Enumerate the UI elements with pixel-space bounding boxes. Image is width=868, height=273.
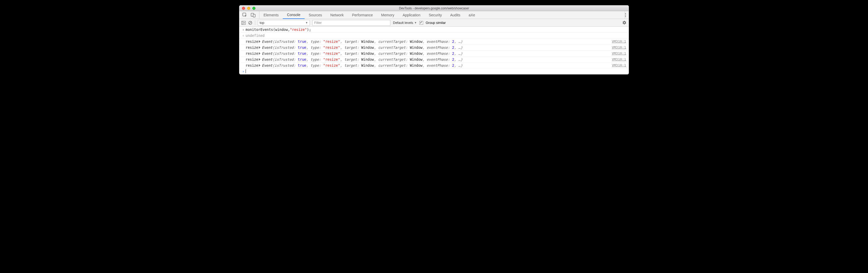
prompt-chevron-icon: › xyxy=(242,69,244,73)
object-preview[interactable]: {isTrusted: true, type: "resize", target… xyxy=(272,45,463,49)
chevron-down-icon: ▼ xyxy=(305,21,308,24)
more-options-icon[interactable] xyxy=(625,13,626,17)
toggle-device-toolbar-icon[interactable] xyxy=(251,13,255,18)
object-preview[interactable]: {isTrusted: true, type: "resize", target… xyxy=(272,63,463,67)
window-title: DevTools - developers.google.com/web/sho… xyxy=(239,6,629,10)
log-source-link[interactable]: VM310:1 xyxy=(612,39,626,43)
tab-axe[interactable]: aXe xyxy=(464,11,479,19)
console-prompt-row[interactable]: › xyxy=(239,69,629,74)
group-similar-checkbox[interactable] xyxy=(420,21,423,25)
show-console-sidebar-icon[interactable] xyxy=(241,21,246,25)
tab-memory[interactable]: Memory xyxy=(377,11,399,19)
svg-point-3 xyxy=(625,13,626,14)
panel-tabs: Elements Console Sources Network Perform… xyxy=(259,11,479,19)
svg-rect-2 xyxy=(253,14,255,17)
event-label: resize xyxy=(246,52,258,56)
object-preview[interactable]: {isTrusted: true, type: "resize", target… xyxy=(272,52,463,56)
log-level-selector[interactable]: Default levels ▼ xyxy=(393,21,417,25)
execution-context-selector[interactable]: top ▼ xyxy=(258,20,310,26)
window-controls xyxy=(239,7,255,10)
context-label: top xyxy=(259,21,264,25)
console-log-row: resize Event {isTrusted: true, type: "re… xyxy=(239,39,629,45)
log-source-link[interactable]: VM310:1 xyxy=(612,63,626,67)
object-type: Event xyxy=(262,52,273,56)
log-level-label: Default levels xyxy=(393,21,413,25)
object-type: Event xyxy=(262,45,273,49)
maximize-window-button[interactable] xyxy=(252,7,255,10)
tab-network[interactable]: Network xyxy=(326,11,348,19)
filter-input[interactable] xyxy=(312,20,390,26)
disclosure-triangle-icon[interactable] xyxy=(259,58,260,61)
disclosure-triangle-icon[interactable] xyxy=(259,40,260,43)
disclosure-triangle-icon[interactable] xyxy=(259,46,260,49)
console-output: › monitorEvents(window, "resize"); ‹ und… xyxy=(239,27,629,74)
console-settings-icon[interactable] xyxy=(622,21,627,25)
chevron-down-icon: ▼ xyxy=(414,21,417,24)
group-similar-label: Group similar xyxy=(426,21,446,25)
tab-security[interactable]: Security xyxy=(425,11,446,19)
input-chevron-icon: › xyxy=(242,28,244,32)
tab-performance[interactable]: Performance xyxy=(348,11,377,19)
tab-audits[interactable]: Audits xyxy=(446,11,464,19)
console-log-content: resize Event {isTrusted: true, type: "re… xyxy=(246,63,612,67)
text-cursor xyxy=(246,69,246,73)
console-log-content: resize Event {isTrusted: true, type: "re… xyxy=(246,57,612,62)
svg-rect-7 xyxy=(242,21,243,24)
disclosure-triangle-icon[interactable] xyxy=(259,64,260,67)
console-result-text: undefined xyxy=(246,33,626,38)
object-preview[interactable]: {isTrusted: true, type: "resize", target… xyxy=(272,39,463,44)
object-preview[interactable]: {isTrusted: true, type: "resize", target… xyxy=(272,57,463,62)
svg-point-5 xyxy=(625,16,626,17)
svg-rect-6 xyxy=(242,21,246,24)
result-chevron-icon: ‹ xyxy=(242,33,244,38)
disclosure-triangle-icon[interactable] xyxy=(259,52,260,55)
object-type: Event xyxy=(262,57,273,62)
log-source-link[interactable]: VM310:1 xyxy=(612,52,626,55)
console-log-row: resize Event {isTrusted: true, type: "re… xyxy=(239,45,629,50)
object-type: Event xyxy=(262,63,273,67)
titlebar: DevTools - developers.google.com/web/sho… xyxy=(239,5,629,11)
object-type: Event xyxy=(262,39,273,44)
minimize-window-button[interactable] xyxy=(247,7,250,10)
clear-console-icon[interactable] xyxy=(248,21,252,25)
devtools-tabstrip: Elements Console Sources Network Perform… xyxy=(239,11,629,19)
console-toolbar: top ▼ Default levels ▼ Group similar xyxy=(239,19,629,27)
console-log-content: resize Event {isTrusted: true, type: "re… xyxy=(246,39,612,44)
event-label: resize xyxy=(246,57,258,62)
inspect-element-icon[interactable] xyxy=(243,13,247,18)
console-result-row: ‹ undefined xyxy=(239,33,629,39)
console-log-content: resize Event {isTrusted: true, type: "re… xyxy=(246,45,612,49)
console-log-row: resize Event {isTrusted: true, type: "re… xyxy=(239,50,629,57)
tab-elements[interactable]: Elements xyxy=(259,11,283,19)
event-label: resize xyxy=(246,45,258,49)
devtools-window: DevTools - developers.google.com/web/sho… xyxy=(239,5,629,74)
event-label: resize xyxy=(246,39,258,44)
log-source-link[interactable]: VM310:1 xyxy=(612,57,626,61)
console-log-content: resize Event {isTrusted: true, type: "re… xyxy=(246,52,612,56)
close-window-button[interactable] xyxy=(242,7,245,10)
console-log-row: resize Event {isTrusted: true, type: "re… xyxy=(239,57,629,63)
console-input-echo-row: › monitorEvents(window, "resize"); xyxy=(239,27,629,33)
tab-console[interactable]: Console xyxy=(283,11,304,19)
svg-point-4 xyxy=(625,14,626,15)
svg-line-9 xyxy=(249,22,251,24)
tab-application[interactable]: Application xyxy=(398,11,425,19)
tab-sources[interactable]: Sources xyxy=(305,11,326,19)
log-source-link[interactable]: VM310:1 xyxy=(612,45,626,49)
console-input-text: monitorEvents(window, "resize"); xyxy=(246,28,626,32)
console-log-row: resize Event {isTrusted: true, type: "re… xyxy=(239,63,629,69)
event-label: resize xyxy=(246,63,258,67)
